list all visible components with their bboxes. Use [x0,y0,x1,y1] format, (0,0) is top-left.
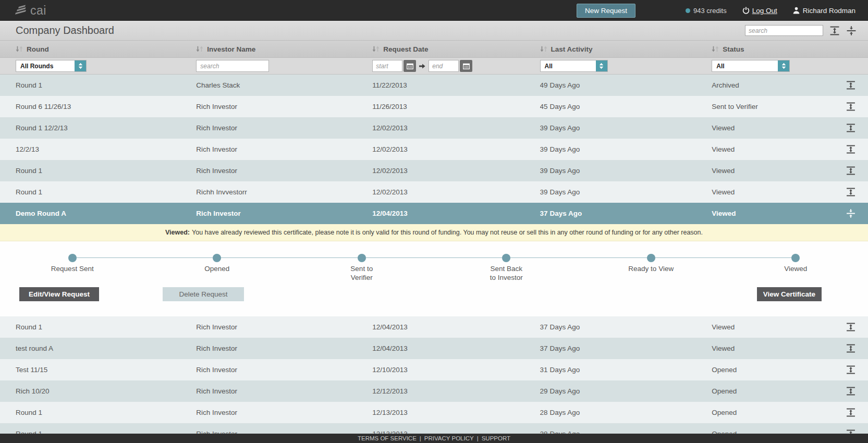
expand-row-icon[interactable] [846,387,855,396]
expand-row-icon[interactable] [846,166,855,175]
row-round: Round 1 [0,81,196,89]
logout-label: Log Out [752,7,777,15]
row-last-activity: 31 Days Ago [540,366,712,374]
user-menu[interactable]: Richard Rodman [793,7,855,15]
privacy-policy-link[interactable]: PRIVACY POLICY [424,435,474,441]
date-end-input[interactable] [429,60,459,72]
row-investor: Charles Stack [196,81,372,89]
row-last-activity: 39 Days Ago [540,145,712,153]
credits-indicator: 943 credits [686,7,727,15]
row-status: Viewed [712,210,837,217]
expand-row-icon[interactable] [846,188,855,196]
table-rows-upper: Round 1 Charles Stack 11/22/2013 49 Days… [0,75,868,224]
row-request-date: 12/02/2013 [372,145,540,153]
row-status: Viewed [712,167,837,175]
expand-row-icon[interactable] [846,323,855,331]
status-filter-select[interactable]: All [712,60,790,72]
row-status: Viewed [712,145,837,153]
row-last-activity: 49 Days Ago [540,81,712,89]
timeline-dot [791,254,800,262]
select-stepper-icon [778,60,789,71]
row-request-date: 12/02/2013 [372,167,540,175]
status-filter-value: All [712,63,778,70]
round-filter-select[interactable]: All Rounds [16,60,87,72]
row-investor: Rich Investor [196,145,372,153]
timeline-step-label: Sent Back to Investor [490,265,523,282]
terms-of-service-link[interactable]: TERMS OF SERVICE [358,435,417,441]
new-request-button[interactable]: New Request [577,4,635,18]
expand-row-icon[interactable] [846,145,855,154]
date-start-input[interactable] [372,60,402,72]
date-end-calendar-button[interactable] [460,60,472,72]
timeline-step-label: Request Sent [51,265,94,274]
edit-view-request-button[interactable]: Edit/View Request [19,287,99,301]
row-last-activity: 45 Days Ago [540,103,712,110]
footer-separator: | [420,435,421,441]
expand-row-icon[interactable] [846,81,855,90]
row-status: Viewed [712,124,837,132]
row-request-date: 11/26/2013 [372,103,540,110]
row-investor: Rich Investor [196,344,372,352]
row-request-date: 12/04/2013 [372,323,540,331]
logo-text: cai [30,4,46,18]
column-label: Last Activity [551,45,593,53]
power-icon [742,7,750,15]
expand-row-icon[interactable] [846,344,855,353]
timeline-dot [68,254,77,262]
table-row[interactable]: Round 1 Rich Investor 12/13/2013 28 Days… [0,402,868,423]
delete-request-button[interactable]: Delete Request [163,287,244,301]
table-row[interactable]: Demo Round A Rich Investor 12/04/2013 37… [0,203,868,224]
column-header-request-date[interactable]: Request Date [372,45,540,53]
row-round: Test 11/15 [0,366,196,374]
view-certificate-button[interactable]: View Certificate [757,287,822,301]
table-row[interactable]: Test 11/15 Rich Investor 12/10/2013 31 D… [0,359,868,380]
table-row[interactable]: test round A Rich Investor 12/04/2013 37… [0,338,868,359]
sort-icon [196,46,203,52]
support-link[interactable]: SUPPORT [482,435,510,441]
row-request-date: 12/13/2013 [372,409,540,416]
collapse-all-icon[interactable] [846,26,857,35]
column-header-last-activity[interactable]: Last Activity [540,45,712,53]
row-status: Archived [712,81,837,89]
table-row[interactable]: Round 1 Rich Investor 12/04/2013 37 Days… [0,316,868,338]
table-row[interactable]: Round 1 12/2/13 Rich Investor 12/02/2013… [0,117,868,139]
expand-all-icon[interactable] [829,26,840,35]
footer-separator: | [477,435,479,441]
page-header: Company Dashboard [0,21,868,41]
table-row[interactable]: 12/2/13 Rich Investor 12/02/2013 39 Days… [0,139,868,160]
row-status: Viewed [712,344,837,352]
expand-row-icon[interactable] [846,365,855,374]
table-rows-lower: Round 1 Rich Investor 12/04/2013 37 Days… [0,316,868,443]
timeline-step: Viewed [724,254,868,282]
notice-prefix: Viewed: [165,229,190,236]
table-row[interactable]: Round 1 Charles Stack 11/22/2013 49 Days… [0,75,868,96]
global-search-input[interactable] [745,25,823,36]
table-row[interactable]: Round 1 Rich Investor 12/02/2013 39 Days… [0,160,868,181]
date-start-calendar-button[interactable] [404,60,416,72]
collapse-row-icon[interactable] [846,209,855,218]
column-header-status[interactable]: Status [712,45,837,53]
status-timeline: Request Sent Opened Sent to Verifier Sen… [0,254,868,282]
expand-row-icon[interactable] [846,408,855,417]
row-last-activity: 28 Days Ago [540,409,712,416]
column-header-round[interactable]: Round [0,45,196,53]
logout-link[interactable]: Log Out [742,7,777,15]
column-header-investor[interactable]: Investor Name [196,45,372,53]
expand-row-icon[interactable] [846,124,855,132]
sort-icon [372,46,380,52]
expand-row-icon[interactable] [846,102,855,111]
row-investor: Rich Investor [196,387,372,395]
table-row[interactable]: Rich 10/20 Rich Investor 12/12/2013 29 D… [0,380,868,402]
top-bar: cai New Request 943 credits Log Out Rich… [0,0,868,21]
user-icon [793,7,800,14]
row-investor: Rich Investor [196,124,372,132]
calendar-icon [407,63,413,69]
row-status: Viewed [712,323,837,331]
investor-search-input[interactable] [196,60,269,72]
activity-filter-select[interactable]: All [540,60,608,72]
table-row[interactable]: Round 6 11/26/13 Rich Investor 11/26/201… [0,96,868,117]
table-row[interactable]: Round 1 Richh Invvestorr 12/02/2013 39 D… [0,181,868,203]
sort-icon [712,46,719,52]
status-notice-bar: Viewed: You have already reviewed this c… [0,224,868,241]
timeline-step: Request Sent [0,254,145,282]
